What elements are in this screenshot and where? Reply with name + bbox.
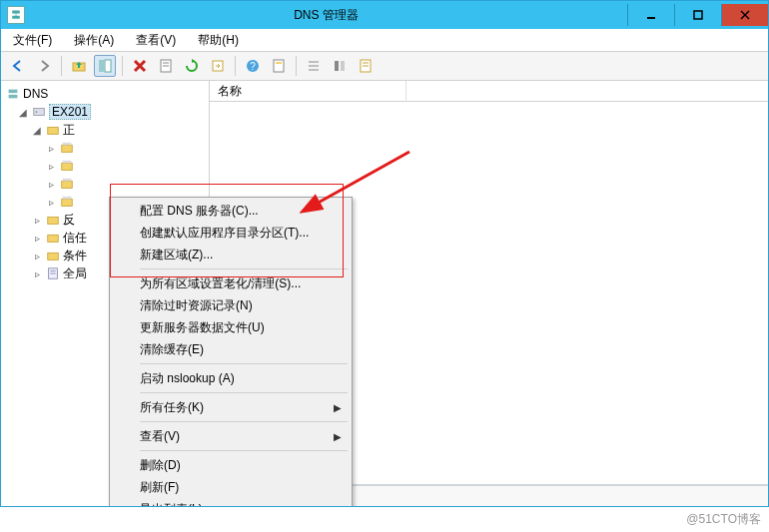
tree-label: 信任: [63, 230, 87, 247]
expand-icon[interactable]: ▹: [45, 197, 57, 208]
svg-rect-19: [276, 62, 282, 64]
zone-icon: [59, 194, 75, 210]
separator: [235, 56, 236, 76]
export-icon[interactable]: [207, 55, 229, 77]
ctx-separator: [140, 392, 348, 393]
ctx-all-tasks[interactable]: 所有任务(K)▶: [112, 396, 350, 418]
tree-root-label: DNS: [23, 87, 48, 101]
folder-icon: [45, 122, 61, 138]
window-controls: [627, 4, 768, 26]
ctx-separator: [140, 450, 348, 451]
delete-icon[interactable]: [129, 55, 151, 77]
tree-label: 全局: [63, 266, 87, 282]
content-area: DNS ◢ EX201 ◢ 正 ▹ ▹: [1, 81, 768, 506]
tree-forward-zones[interactable]: ◢ 正: [3, 121, 207, 139]
folder-up-icon[interactable]: [68, 55, 90, 77]
svg-rect-18: [274, 60, 284, 72]
svg-rect-28: [9, 90, 18, 94]
svg-rect-29: [9, 95, 18, 99]
menu-view[interactable]: 查看(V): [130, 30, 182, 51]
svg-rect-41: [48, 217, 59, 224]
menu-action[interactable]: 操作(A): [68, 30, 120, 51]
svg-rect-0: [12, 11, 20, 14]
ctx-delete[interactable]: 删除(D): [112, 454, 350, 476]
expand-icon[interactable]: ▹: [31, 268, 43, 279]
window-title: DNS 管理器: [25, 7, 627, 24]
app-icon: [7, 6, 25, 24]
svg-point-31: [36, 111, 38, 113]
ctx-clear-stale[interactable]: 清除过时资源记录(N): [112, 294, 350, 316]
maximize-button[interactable]: [674, 4, 721, 26]
tree-zone-item[interactable]: ▹: [3, 139, 207, 157]
svg-text:?: ?: [250, 61, 256, 72]
submenu-arrow-icon: ▶: [334, 402, 342, 413]
separator: [296, 56, 297, 76]
zone-icon: [59, 158, 75, 174]
column-name[interactable]: 名称: [210, 81, 406, 102]
dns-icon: [5, 86, 21, 102]
svg-rect-37: [62, 181, 73, 188]
svg-rect-30: [34, 109, 45, 116]
show-hide-tree-button[interactable]: [94, 55, 116, 77]
ctx-update-files[interactable]: 更新服务器数据文件(U): [112, 316, 350, 338]
expand-icon[interactable]: ▹: [31, 233, 43, 244]
watermark: @51CTO博客: [686, 511, 761, 528]
svg-rect-8: [99, 60, 104, 72]
zone-icon: [59, 176, 75, 192]
ctx-export-list[interactable]: 导出列表(L)...: [112, 498, 350, 506]
sheet-icon[interactable]: [155, 55, 177, 77]
ctx-refresh[interactable]: 刷新(F): [112, 476, 350, 498]
svg-rect-34: [63, 143, 72, 146]
menu-help[interactable]: 帮助(H): [192, 30, 245, 51]
svg-rect-1: [12, 16, 20, 19]
ctx-clear-cache[interactable]: 清除缓存(E): [112, 338, 350, 360]
zone-icon: [59, 140, 75, 156]
ctx-configure-dns[interactable]: 配置 DNS 服务器(C)...: [112, 200, 350, 222]
expand-icon[interactable]: ▹: [45, 143, 57, 154]
expand-icon[interactable]: ◢: [31, 125, 43, 136]
expand-icon[interactable]: ▹: [31, 251, 43, 262]
svg-rect-36: [63, 161, 72, 164]
svg-rect-33: [62, 145, 73, 152]
properties-icon[interactable]: [268, 55, 290, 77]
back-button[interactable]: [7, 55, 29, 77]
tree-root-dns[interactable]: DNS: [3, 85, 207, 103]
expand-icon[interactable]: ▹: [45, 161, 57, 172]
ctx-set-aging[interactable]: 为所有区域设置老化/清理(S)...: [112, 272, 350, 294]
separator: [61, 56, 62, 76]
svg-rect-9: [105, 60, 111, 72]
ctx-nslookup[interactable]: 启动 nslookup (A): [112, 367, 350, 389]
tree-label: 反: [63, 212, 75, 229]
svg-rect-23: [335, 61, 339, 71]
svg-rect-24: [341, 61, 345, 71]
help-icon[interactable]: ?: [242, 55, 264, 77]
ctx-separator: [140, 421, 348, 422]
tree-server-node[interactable]: ◢ EX201: [3, 103, 207, 121]
separator: [122, 56, 123, 76]
ctx-view[interactable]: 查看(V)▶: [112, 425, 350, 447]
menu-bar: 文件(F) 操作(A) 查看(V) 帮助(H): [1, 29, 768, 52]
tree-zone-item[interactable]: ▹: [3, 157, 207, 175]
expand-icon[interactable]: ◢: [17, 107, 29, 118]
list-header[interactable]: 名称: [210, 81, 768, 102]
tree-zone-item[interactable]: ▹: [3, 175, 207, 193]
menu-file[interactable]: 文件(F): [7, 30, 58, 51]
svg-rect-4: [694, 11, 702, 19]
submenu-arrow-icon: ▶: [334, 431, 342, 442]
svg-rect-35: [62, 163, 73, 170]
ctx-create-partition[interactable]: 创建默认应用程序目录分区(T)...: [112, 222, 350, 244]
context-menu: 配置 DNS 服务器(C)... 创建默认应用程序目录分区(T)... 新建区域…: [109, 197, 353, 506]
details-icon[interactable]: [329, 55, 351, 77]
folder-icon: [45, 248, 61, 264]
expand-icon[interactable]: ▹: [31, 215, 43, 226]
tree-label: 正: [63, 122, 75, 139]
tree-label: 条件: [63, 248, 87, 265]
minimize-button[interactable]: [627, 4, 674, 26]
expand-icon[interactable]: ▹: [45, 179, 57, 190]
forward-button[interactable]: [33, 55, 55, 77]
sheet-plus-icon[interactable]: [355, 55, 377, 77]
list-icon[interactable]: [303, 55, 325, 77]
ctx-new-zone[interactable]: 新建区域(Z)...: [112, 244, 350, 266]
close-button[interactable]: [721, 4, 768, 26]
refresh-green-icon[interactable]: [181, 55, 203, 77]
